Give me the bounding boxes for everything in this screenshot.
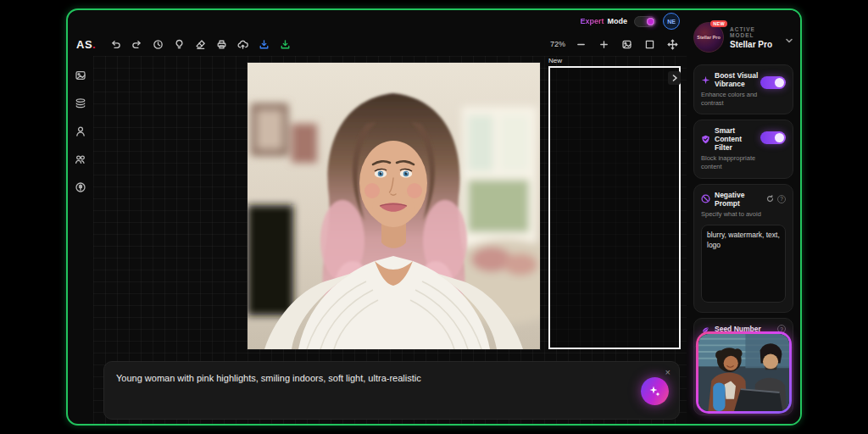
- model-avatar[interactable]: Stellar Pro NEW: [693, 22, 724, 53]
- eraser-icon[interactable]: [192, 36, 208, 52]
- cloud-upload-icon[interactable]: [235, 36, 250, 52]
- ban-icon: [701, 194, 710, 203]
- topbar: Expert Mode NE: [68, 10, 690, 32]
- redo-icon[interactable]: [129, 36, 144, 52]
- active-model-row[interactable]: Stellar Pro NEW ACTIVE MODEL Stellar Pro: [693, 19, 793, 56]
- vibrance-title: Boost Visual Vibrance: [715, 71, 760, 88]
- frame-collapse-button[interactable]: [668, 71, 681, 85]
- content-filter-toggle[interactable]: [760, 131, 786, 144]
- sparkle-icon: [648, 385, 661, 398]
- negative-prompt-input[interactable]: blurry, watermark, text, logo: [701, 225, 786, 303]
- expert-mode-label: Expert Mode: [580, 17, 627, 25]
- sparkle-icon: [701, 75, 710, 85]
- close-icon[interactable]: ×: [665, 367, 670, 377]
- negative-prompt-card: Negative Prompt ? Specify what to avoid …: [693, 184, 793, 313]
- lightbulb-icon[interactable]: [171, 36, 186, 52]
- reset-icon[interactable]: [766, 195, 774, 203]
- user-avatar[interactable]: NE: [663, 13, 680, 30]
- shield-check-icon: [701, 135, 710, 144]
- credits-icon[interactable]: [73, 180, 88, 195]
- zoom-in-icon[interactable]: [596, 36, 611, 52]
- toolbar: AS. 72%: [68, 32, 690, 56]
- app-logo: AS.: [76, 38, 96, 51]
- canvas-area[interactable]: New Young woman with pink highlights, sm…: [93, 56, 690, 424]
- negative-subtitle: Specify what to avoid: [701, 210, 786, 219]
- model-caption: ACTIVE MODEL: [730, 26, 779, 38]
- import-icon[interactable]: [256, 36, 271, 52]
- mode-word: Mode: [608, 17, 628, 25]
- app-window: Expert Mode NE AS. 72%: [66, 8, 802, 426]
- layers-icon[interactable]: [73, 96, 88, 111]
- model-name: Stellar Pro: [730, 40, 779, 49]
- logo-text: AS: [76, 38, 92, 51]
- print-icon[interactable]: [214, 36, 229, 52]
- new-frame[interactable]: [548, 66, 681, 349]
- toggle-knob: [647, 18, 654, 25]
- new-badge: NEW: [710, 20, 727, 27]
- content-filter-card: Smart Content Filter Block inappropriate…: [693, 120, 793, 178]
- left-sidebar: [68, 56, 93, 424]
- zoom-out-icon[interactable]: [573, 36, 588, 52]
- prompt-input[interactable]: Young woman with pink highlights, smilin…: [116, 372, 620, 385]
- profile-icon[interactable]: [73, 124, 88, 139]
- vibrance-card: Boost Visual Vibrance Enhance colors and…: [693, 64, 793, 114]
- filter-title: Smart Content Filter: [715, 126, 760, 152]
- gallery-icon[interactable]: [73, 68, 88, 83]
- generated-portrait-image[interactable]: [248, 63, 540, 349]
- vibrance-subtitle: Enhance colors and contrast: [701, 91, 760, 108]
- toggle-knob: [775, 78, 784, 87]
- community-icon[interactable]: [73, 152, 88, 167]
- negative-title: Negative Prompt: [715, 191, 762, 208]
- expert-word: Expert: [580, 17, 604, 25]
- zoom-controls: 72%: [550, 36, 680, 52]
- logo-dot: .: [92, 38, 96, 51]
- filter-subtitle: Block inappropriate content: [701, 154, 760, 171]
- model-meta: ACTIVE MODEL Stellar Pro: [730, 26, 779, 49]
- model-avatar-label: Stellar Pro: [696, 35, 721, 41]
- tool-icons: [108, 36, 292, 52]
- chevron-down-icon[interactable]: [785, 33, 793, 42]
- image-tool-icon[interactable]: [619, 36, 634, 52]
- new-frame-label: New: [548, 57, 562, 64]
- vibrance-toggle[interactable]: [760, 76, 786, 89]
- negative-tools: ?: [766, 195, 786, 203]
- zoom-level: 72%: [550, 40, 565, 48]
- chevron-right-icon: [671, 75, 678, 81]
- prompt-bar[interactable]: Young woman with pink highlights, smilin…: [103, 361, 680, 420]
- history-icon[interactable]: [150, 36, 165, 52]
- settings-panel: Stellar Pro NEW ACTIVE MODEL Stellar Pro…: [687, 10, 800, 424]
- reference-thumbnail[interactable]: [696, 331, 792, 414]
- generate-button[interactable]: [641, 377, 669, 405]
- toggle-knob: [775, 133, 784, 142]
- expert-mode-toggle[interactable]: [634, 16, 656, 27]
- frame-tool-icon[interactable]: [642, 36, 657, 52]
- help-icon[interactable]: ?: [777, 195, 786, 203]
- undo-icon[interactable]: [108, 36, 123, 52]
- download-icon[interactable]: [277, 36, 292, 52]
- move-tool-icon[interactable]: [665, 36, 680, 52]
